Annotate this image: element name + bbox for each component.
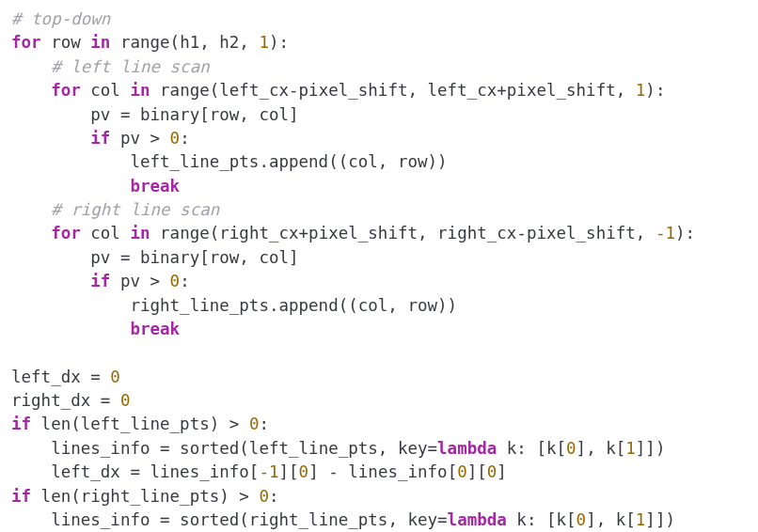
code-token: lines_info = sorted(right_line_pts, key=: [51, 510, 447, 529]
code-token: ] - lines_info[: [308, 462, 457, 481]
code-line: # top-down: [11, 9, 110, 28]
code-token: 0: [170, 272, 181, 290]
code-line: if len(right_line_pts) > 0:: [11, 487, 279, 506]
code-token: # right line scan: [51, 200, 219, 219]
code-token: range(h1, h2,: [110, 33, 259, 52]
code-token: if: [11, 415, 31, 433]
code-token: 0: [170, 129, 181, 148]
code-token: # top-down: [11, 9, 110, 28]
code-line: pv = binary[row, col]: [11, 248, 299, 267]
code-line: for row in range(h1, h2, 1):: [11, 33, 289, 52]
code-line: if pv > 0:: [11, 272, 190, 290]
code-token: -1: [655, 224, 675, 243]
code-token: for: [51, 81, 81, 100]
code-token: pv >: [110, 272, 169, 290]
code-token: :: [180, 272, 190, 290]
code-token: lines_info = sorted(left_line_pts, key=: [51, 439, 437, 458]
code-token: 0: [566, 439, 576, 458]
code-line: pv = binary[row, col]: [11, 105, 299, 124]
code-token: in: [90, 33, 110, 52]
code-token: range(left_cx-pixel_shift, left_cx+pixel…: [150, 81, 636, 100]
code-token: for: [51, 224, 81, 243]
code-token: ][: [279, 462, 299, 481]
code-token: range(right_cx+pixel_shift, right_cx-pix…: [150, 224, 655, 243]
code-token: 0: [110, 368, 120, 386]
code-token: # left line scan: [51, 57, 210, 76]
code-token: left_dx =: [11, 368, 110, 386]
code-line: for col in range(left_cx-pixel_shift, le…: [11, 81, 665, 100]
code-token: ][: [467, 462, 487, 481]
code-token: ):: [645, 81, 665, 100]
code-token: break: [130, 177, 180, 196]
code-token: right_dx =: [11, 391, 120, 410]
code-line: right_line_pts.append((col, row)): [11, 296, 457, 315]
code-line: break: [11, 320, 180, 338]
code-token: ]]): [636, 439, 666, 458]
code-block: # top-down for row in range(h1, h2, 1): …: [11, 8, 747, 532]
code-token: if: [90, 272, 110, 290]
code-token: col: [81, 81, 131, 100]
code-token: -1: [259, 462, 278, 481]
code-token: 1: [625, 439, 636, 458]
code-token: :: [180, 129, 190, 148]
code-token: k: [k[: [507, 510, 576, 529]
code-token: pv >: [110, 129, 169, 148]
code-token: pv = binary[row, col]: [90, 248, 298, 267]
code-line: if pv > 0:: [11, 129, 190, 148]
code-token: 0: [457, 462, 467, 481]
code-line: for col in range(right_cx+pixel_shift, r…: [11, 224, 695, 243]
code-token: ], k[: [586, 510, 636, 529]
code-token: ):: [675, 224, 695, 243]
code-token: ]: [497, 462, 507, 481]
code-token: right_line_pts.append((col, row)): [130, 296, 457, 315]
code-token: ):: [269, 33, 289, 52]
code-token: break: [130, 320, 180, 338]
code-token: ]]): [645, 510, 675, 529]
code-token: in: [130, 81, 150, 100]
code-token: 1: [636, 81, 646, 100]
code-token: row: [41, 33, 91, 52]
code-token: len(left_line_pts) >: [31, 415, 249, 433]
code-token: lambda: [437, 439, 497, 458]
code-token: 1: [259, 33, 269, 52]
code-token: 0: [120, 391, 131, 410]
code-token: if: [11, 487, 31, 506]
code-line: # left line scan: [11, 57, 210, 76]
code-token: left_dx = lines_info[: [51, 462, 259, 481]
code-token: [11, 343, 22, 362]
code-token: for: [11, 33, 41, 52]
code-token: col: [81, 224, 131, 243]
code-token: lambda: [448, 510, 507, 529]
code-line: [11, 343, 22, 362]
code-token: 0: [487, 462, 497, 481]
code-token: ], k[: [576, 439, 626, 458]
code-token: left_line_pts.append((col, row)): [130, 152, 447, 171]
code-token: 0: [259, 487, 269, 506]
code-line: # right line scan: [11, 200, 219, 219]
code-token: 0: [299, 462, 309, 481]
code-line: if len(left_line_pts) > 0:: [11, 415, 269, 433]
code-token: 1: [636, 510, 646, 529]
code-line: left_dx = 0: [11, 368, 120, 386]
code-token: pv = binary[row, col]: [90, 105, 298, 124]
code-token: k: [k[: [497, 439, 566, 458]
code-token: in: [130, 224, 150, 243]
code-line: right_dx = 0: [11, 391, 130, 410]
code-line: left_dx = lines_info[-1][0] - lines_info…: [11, 462, 507, 481]
code-token: 0: [576, 510, 587, 529]
code-line: lines_info = sorted(left_line_pts, key=l…: [11, 439, 665, 458]
code-line: break: [11, 177, 180, 196]
code-token: :: [269, 487, 279, 506]
code-token: :: [259, 415, 269, 433]
code-token: len(right_line_pts) >: [31, 487, 259, 506]
code-token: 0: [249, 415, 260, 433]
code-line: left_line_pts.append((col, row)): [11, 152, 448, 171]
code-line: lines_info = sorted(right_line_pts, key=…: [11, 510, 675, 529]
code-token: if: [90, 129, 110, 148]
